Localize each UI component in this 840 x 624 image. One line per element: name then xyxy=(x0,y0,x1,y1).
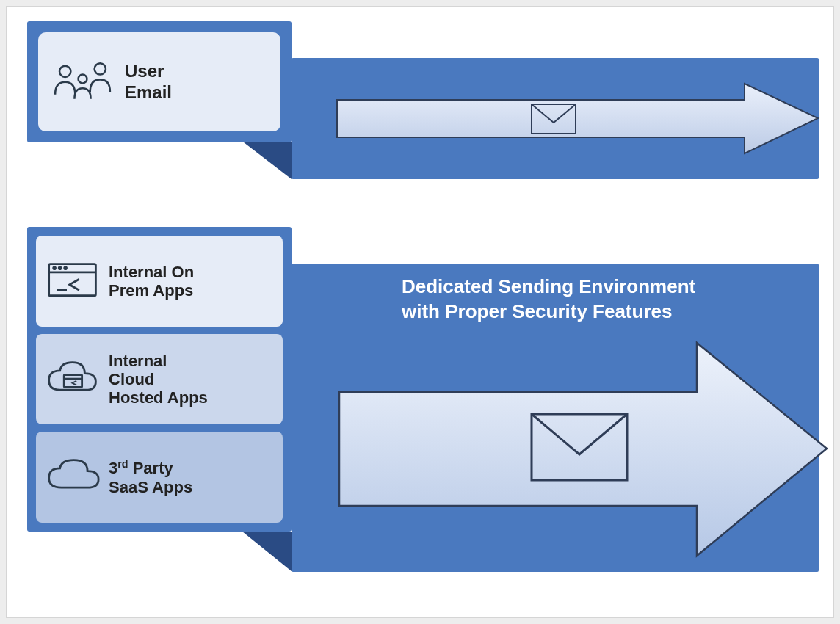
panel2-fold xyxy=(242,532,292,572)
svg-marker-3 xyxy=(337,84,818,153)
cloud-window-icon xyxy=(45,358,100,401)
apps-panel: Internal On Prem Apps Internal Cloud Hos… xyxy=(27,227,292,532)
diagram-canvas: User Email xyxy=(6,6,834,618)
svg-point-1 xyxy=(95,63,106,74)
cloud-hosted-apps-label: Internal Cloud Hosted Apps xyxy=(109,352,208,407)
saas-apps-label: 3rd Party SaaS Apps xyxy=(109,458,192,496)
sending-environment-title: Dedicated Sending Environment with Prope… xyxy=(402,275,800,324)
terminal-icon xyxy=(45,260,100,302)
svg-point-8 xyxy=(59,267,61,269)
saas-apps-card: 3rd Party SaaS Apps xyxy=(36,432,283,523)
svg-point-7 xyxy=(54,267,56,269)
outer-frame: User Email xyxy=(0,0,840,624)
email-arrow-top xyxy=(333,80,825,157)
user-email-label: User Email xyxy=(125,61,172,104)
user-email-panel: User Email xyxy=(27,21,292,142)
svg-marker-13 xyxy=(339,343,827,556)
svg-point-9 xyxy=(65,267,67,269)
svg-point-2 xyxy=(79,74,87,83)
cloud-icon xyxy=(45,456,100,498)
email-arrow-bottom xyxy=(333,337,833,561)
svg-rect-11 xyxy=(64,374,82,387)
people-icon xyxy=(51,60,114,104)
panel1-fold xyxy=(244,142,292,179)
onprem-apps-label: Internal On Prem Apps xyxy=(109,263,194,300)
cloud-hosted-apps-card: Internal Cloud Hosted Apps xyxy=(36,334,283,425)
user-email-card: User Email xyxy=(38,32,280,131)
onprem-apps-card: Internal On Prem Apps xyxy=(36,236,283,327)
svg-point-0 xyxy=(59,65,70,76)
